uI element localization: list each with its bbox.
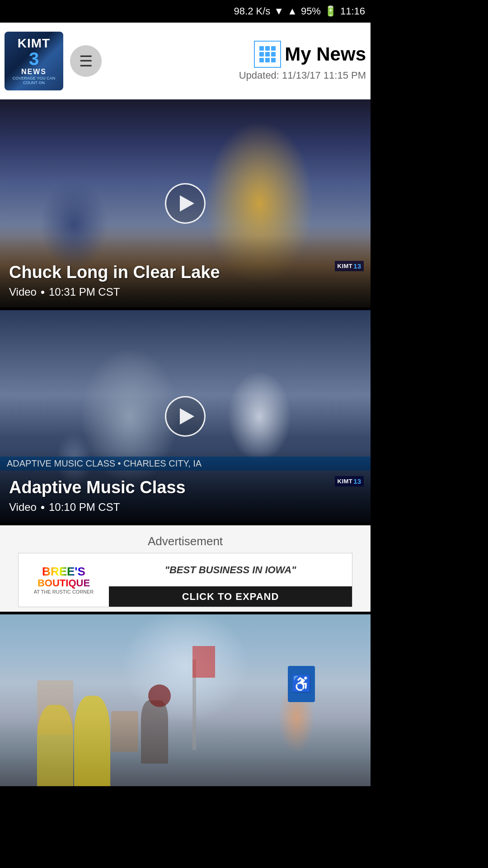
video-meta-chuck-long: Video 10:31 PM CST [9,286,361,298]
ad-label: Advertisement [0,534,371,548]
meta-dot [41,291,44,294]
signal-icon: ▲ [287,5,297,17]
figure-2 [37,705,73,786]
logo-tagline-text: COVERAGE YOU CAN COUNT ON [5,76,63,85]
ad-right: "BEST BUSINESS IN IOWA" CLICK TO EXPAND [109,553,352,607]
video-card-chuck-long[interactable]: Chuck Long in Clear Lake Video 10:31 PM … [0,99,371,307]
ad-logo: BREE'S BOUTIQUE AT THE RUSTIC CORNER [19,553,109,607]
my-news-label: My News [285,43,366,65]
video-overlay-adaptive: Adaptive Music Class Video 10:10 PM CST [0,451,371,523]
play-button-adaptive[interactable] [165,396,206,437]
kimt-watermark-2: KIMT 13 [335,476,364,486]
video-card-bottom[interactable]: ♿ [0,614,371,786]
status-bar: 98.2 K/s ▼ ▲ 95% 🔋 11:16 [0,0,371,23]
play-icon [180,195,194,212]
battery-percent: 95% [301,5,321,17]
ad-banner[interactable]: BREE'S BOUTIQUE AT THE RUSTIC CORNER "BE… [18,553,352,607]
video-thumbnail-chuck-long: Chuck Long in Clear Lake Video 10:31 PM … [0,99,371,307]
video-thumbnail-bottom: ♿ [0,614,371,786]
advertisement-section: Advertisement BREE'S BOUTIQUE AT THE RUS… [0,525,371,612]
time-display: 11:16 [340,5,365,17]
meta-dot-2 [41,506,44,509]
video-meta-adaptive: Video 10:10 PM CST [9,501,361,514]
app-header: KIMT 3 NEWS COVERAGE YOU CAN COUNT ON ☰ [0,23,371,99]
flag [192,646,215,678]
kimt-logo-mark: KIMT [338,263,353,269]
battery-icon: 🔋 [324,5,337,17]
video-overlay-chuck-long: Chuck Long in Clear Lake Video 10:31 PM … [0,236,371,307]
ad-headline: "BEST BUSINESS IN IOWA" [109,553,352,586]
network-speed: 98.2 K/s [234,5,271,17]
video-type-chuck-long: Video [9,286,37,298]
video-title-chuck-long: Chuck Long in Clear Lake [9,263,361,282]
video-time-adaptive: 10:10 PM CST [49,501,120,514]
grid-view-button[interactable] [254,41,281,68]
hamburger-icon: ☰ [79,52,93,70]
figure-3 [141,700,168,764]
video-time-chuck-long: 10:31 PM CST [49,286,120,298]
ad-rustic-text: AT THE RUSTIC CORNER [34,589,94,594]
kimt-num-mark-2: 13 [353,477,361,485]
ad-brees-text: BREE'S [42,566,85,577]
handicap-icon: ♿ [291,675,312,693]
ad-boutique-text: BOUTIQUE [38,577,90,589]
grid-icon [259,46,276,62]
red-hat [148,684,171,707]
kimt-logo-mark-2: KIMT [338,478,353,485]
logo-number-text: 3 [29,50,39,68]
menu-button[interactable]: ☰ [70,45,102,77]
video-card-adaptive-music[interactable]: ADAPTIVE MUSIC CLASS • CHARLES CITY, IA … [0,310,371,523]
logo-kimt-text: KIMT [18,37,50,50]
my-news-section[interactable]: My News [254,41,366,68]
play-button-chuck-long[interactable] [165,183,206,224]
video-thumbnail-adaptive: ADAPTIVE MUSIC CLASS • CHARLES CITY, IA … [0,310,371,523]
play-icon-2 [180,408,194,425]
video-type-adaptive: Video [9,501,37,514]
handicap-sign: ♿ [288,666,315,702]
header-right: My News Updated: 11/13/17 11:15 PM [239,41,366,81]
figure-1 [74,696,110,786]
ad-expand-button[interactable]: CLICK TO EXPAND [109,586,352,607]
wifi-icon: ▼ [274,5,284,17]
video-title-adaptive: Adaptive Music Class [9,478,361,497]
kimt-num-mark: 13 [353,262,361,270]
kimt-watermark-1: KIMT 13 [335,261,364,271]
updated-timestamp: Updated: 11/13/17 11:15 PM [239,70,366,81]
logo-news-text: NEWS [21,68,47,76]
app-logo[interactable]: KIMT 3 NEWS COVERAGE YOU CAN COUNT ON [5,32,63,90]
